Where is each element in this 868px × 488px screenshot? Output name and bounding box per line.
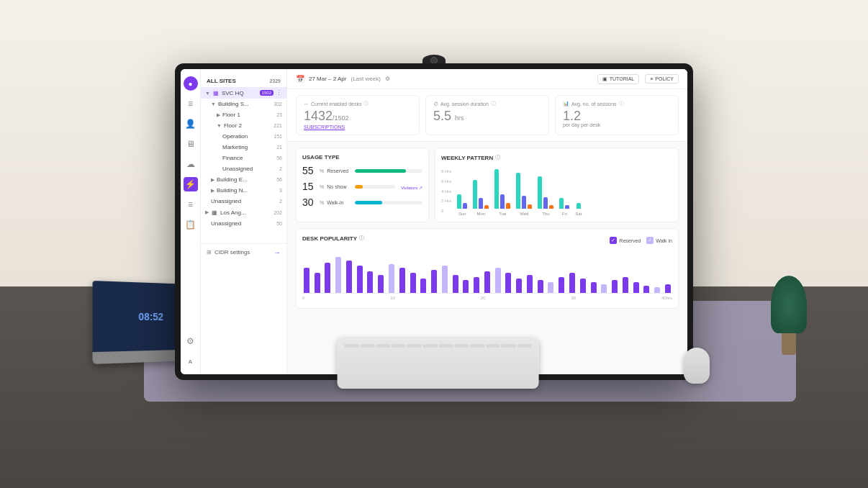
weekly-bars: SunMonTueWedThuFriSat	[454, 166, 584, 216]
sidebar-item-operation[interactable]: Operation 151	[201, 131, 286, 142]
floor2-label: Floor 2	[224, 122, 271, 129]
day-col-sat: Sat	[575, 166, 582, 216]
svc-hq-label: SVC HQ	[222, 90, 258, 96]
day-bars	[559, 166, 569, 209]
nav-icon-settings[interactable]: ⚙	[184, 334, 198, 348]
finance-label: Finance	[222, 155, 274, 161]
y-label-6: 6 Hrs	[441, 179, 451, 184]
weekly-bar	[473, 180, 477, 209]
nav-icon-avatar[interactable]: A	[184, 354, 198, 369]
nav-icon-users[interactable]: 👤	[184, 117, 198, 131]
nav-icon-list[interactable]: ≡	[184, 197, 198, 212]
x-axis-labels: 0 10 20 30 40hrs	[302, 294, 672, 302]
weekly-bar	[565, 205, 569, 209]
sidebar-item-unassigned-f2[interactable]: Unassigned 2	[201, 163, 286, 174]
pop-bar-col	[430, 270, 438, 293]
walkin-bar	[355, 201, 382, 204]
settings-icon[interactable]: ⚙	[385, 76, 390, 82]
pop-bar	[325, 263, 330, 293]
noshow-bar-wrap	[355, 185, 395, 189]
stat-sessions-count: 📊 Avg. no. of sessions ⓘ 1.2 per day per…	[555, 95, 679, 135]
chevron-right-icon: ▶	[217, 112, 220, 118]
pop-bar	[591, 282, 597, 293]
policy-button[interactable]: ≡ POLICY	[645, 74, 679, 83]
legend-walkin-label: Walk in	[656, 238, 672, 243]
pop-bar	[399, 268, 405, 293]
more-icon[interactable]: ⋮	[276, 89, 282, 96]
sidebar-item-building-n[interactable]: ▶ Building N... 3	[201, 185, 286, 196]
sidebar-item-floor2[interactable]: ▼ Floor 2 221	[201, 120, 286, 131]
pop-bar-col	[472, 277, 481, 293]
nav-icon-desktop[interactable]: 🖥	[184, 137, 198, 151]
location-icon: ▦	[211, 209, 218, 216]
cidr-arrow-icon[interactable]: →	[273, 248, 281, 256]
y-label-8: 8 Hrs	[441, 169, 451, 173]
pop-bar	[453, 275, 458, 293]
pop-bar-col	[515, 279, 523, 293]
chevron-down-icon: ▼	[205, 91, 210, 96]
sidebar-item-unassigned-la[interactable]: Unassigned 50	[201, 218, 286, 229]
x-label-30: 30	[571, 296, 576, 300]
walkin-label: Walk-in	[327, 200, 352, 205]
pop-bar	[389, 264, 394, 293]
weekly-bar	[500, 194, 505, 209]
cidr-settings[interactable]: ⊞ CIDR settings →	[201, 243, 286, 261]
sidebar-item-building-e[interactable]: ▶ Building E... 56	[201, 174, 286, 185]
sidebar-item-los-angeles[interactable]: ▶ ▦ Los Ang... 202	[201, 207, 286, 218]
sessions-value: 1.2	[563, 109, 671, 122]
unassigned-la-label: Unassigned	[211, 220, 274, 227]
violators-link[interactable]: Violators ↗	[401, 185, 422, 190]
tutorial-button[interactable]: ▣ TUTORIAL	[597, 74, 640, 84]
sessions-unit: per day per desk	[563, 122, 671, 127]
sidebar-header: ALL SITES 2329	[201, 75, 286, 87]
los-angeles-count: 202	[273, 210, 282, 215]
day-col-thu: Thu	[538, 166, 553, 216]
pop-bar	[505, 273, 511, 293]
all-sites-count: 2329	[269, 78, 281, 83]
weekly-bar	[577, 203, 581, 209]
topbar-left: 📅 27 Mar – 2 Apr (Last week) ⚙	[296, 75, 390, 83]
sidebar-item-building-s[interactable]: ▼ Building S... 302	[201, 99, 286, 109]
unassigned-f2-label: Unassigned	[222, 166, 277, 172]
weekly-bar	[516, 173, 520, 209]
subscriptions-link[interactable]: SUBSCRIPTIONS	[304, 125, 345, 130]
plant	[771, 276, 807, 355]
nav-icon-clipboard[interactable]: 📋	[184, 217, 198, 232]
sidebar-item-svc-hq[interactable]: ▼ ▦ SVC HQ 1502 ⋮	[201, 87, 286, 99]
pop-bar-col	[366, 271, 375, 293]
pop-bar	[548, 282, 553, 293]
sidebar-item-marketing[interactable]: Marketing 21	[201, 142, 286, 153]
unassigned-svc-label: Unassigned	[211, 198, 277, 204]
session-label: ⏱ Avg. session duration ⓘ	[433, 100, 541, 107]
weekly-bar	[506, 203, 510, 209]
usage-type-card: USAGE TYPE 55 % Reserved	[296, 148, 429, 222]
pop-bar	[495, 268, 501, 293]
operation-label: Operation	[222, 133, 271, 140]
usage-reserved-row: 55 % Reserved	[302, 165, 422, 176]
walkin-symbol: %	[320, 200, 324, 205]
pop-bar	[665, 284, 671, 293]
nav-icon-cloud[interactable]: ☁	[184, 157, 198, 171]
pop-bar-col	[313, 273, 322, 293]
monitor: ● ≡ 👤 🖥 ☁ ⚡ ≡ 📋 ⚙ A ALL SITES 2329	[175, 63, 693, 380]
y-axis-labels: 8 Hrs 6 Hrs 4 Hrs 2 Hrs 0	[441, 169, 451, 216]
unassigned-svc-count: 2	[279, 199, 282, 204]
sidebar-item-unassigned-svc[interactable]: Unassigned 2	[201, 196, 286, 207]
nav-icon-menu[interactable]: ≡	[184, 96, 198, 111]
topbar: 📅 27 Mar – 2 Apr (Last week) ⚙ ▣ TUTORIA…	[287, 69, 687, 89]
pop-bar	[484, 271, 490, 293]
sidebar-item-floor1[interactable]: ▶ Floor 1 23	[201, 109, 286, 120]
sessions-label: 📊 Avg. no. of sessions ⓘ	[563, 100, 671, 107]
pop-bar	[463, 280, 469, 293]
app-logo-icon[interactable]: ●	[184, 76, 198, 91]
pop-bar-col	[653, 287, 661, 293]
nav-icon-lightning[interactable]: ⚡	[184, 177, 198, 191]
usage-walkin-row: 30 % Walk-in	[302, 196, 422, 208]
reserved-label: Reserved	[327, 168, 352, 173]
sidebar-item-finance[interactable]: Finance 56	[201, 153, 286, 163]
pop-bar-col	[356, 266, 364, 293]
popularity-header: DESK POPULARITY ⓘ ✓ Reserved ✓	[302, 235, 672, 246]
x-label-40: 40hrs	[661, 296, 672, 300]
walkin-pct: 30	[302, 196, 317, 208]
stats-row: ↔ Current enabled desks ⓘ 1432/1502 SUBS…	[287, 89, 687, 142]
